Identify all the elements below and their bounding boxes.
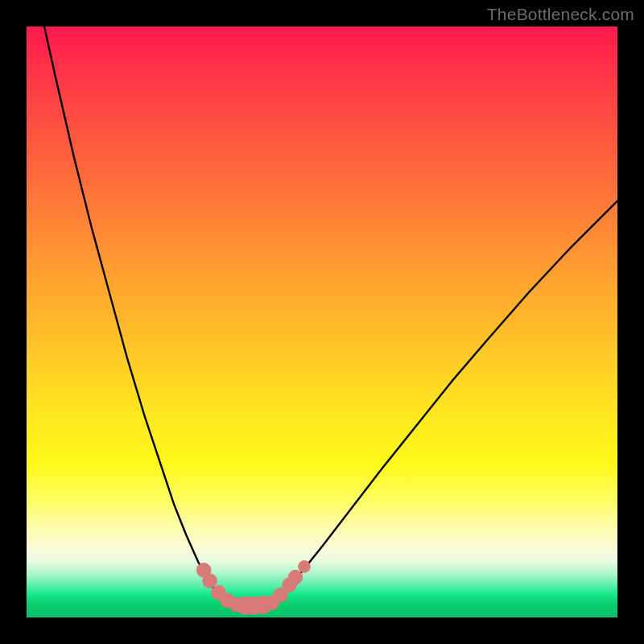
outer-frame: TheBottleneck.com	[0, 0, 644, 644]
data-marker	[203, 574, 217, 588]
plot-area	[27, 27, 617, 617]
watermark-text: TheBottleneck.com	[487, 5, 634, 24]
data-marker	[299, 561, 311, 573]
marker-group	[196, 561, 310, 615]
chart-svg	[27, 27, 617, 617]
bottleneck-curve	[44, 27, 617, 605]
curve-group	[44, 27, 617, 605]
data-marker	[288, 570, 303, 584]
